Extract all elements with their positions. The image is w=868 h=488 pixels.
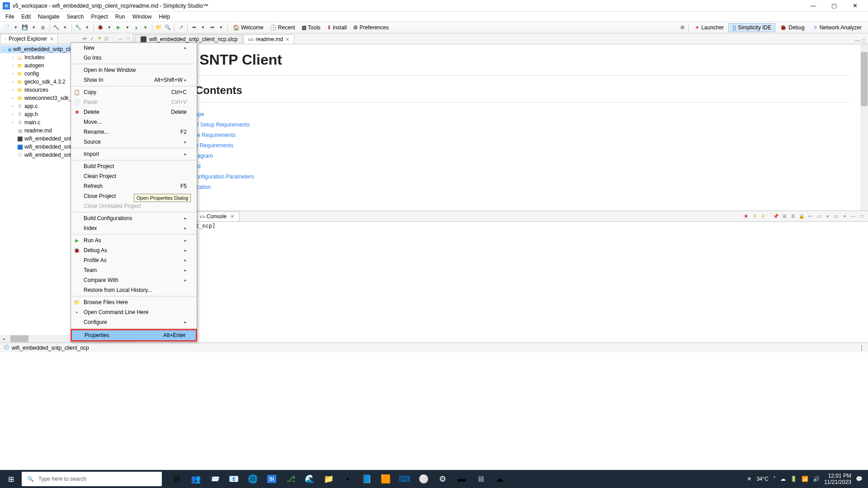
- menu-item-configure[interactable]: Configure▸: [71, 317, 197, 327]
- vscode-icon[interactable]: ⌨: [395, 470, 414, 488]
- scroll-thumb[interactable]: [10, 335, 28, 342]
- dropdown-icon[interactable]: ▾: [123, 23, 132, 32]
- dropdown-icon[interactable]: ▾: [12, 23, 20, 32]
- menu-item-run-as[interactable]: ▶Run As▸: [71, 235, 197, 245]
- menu-item-move-[interactable]: Move...: [71, 117, 197, 127]
- forward-icon[interactable]: ➡: [208, 23, 216, 32]
- welcome-button[interactable]: 🏠Welcome: [230, 24, 266, 31]
- debug-icon[interactable]: 🐞: [96, 23, 104, 32]
- dropdown-icon[interactable]: ▾: [199, 23, 207, 32]
- console-tab[interactable]: ▭Console✕: [195, 211, 240, 221]
- close-icon[interactable]: ✕: [230, 213, 235, 220]
- app2-icon[interactable]: 🖥: [471, 470, 490, 488]
- save-icon[interactable]: 💾: [21, 23, 29, 32]
- folder-icon[interactable]: 📁: [155, 23, 163, 32]
- filter-icon[interactable]: ⧩: [96, 36, 102, 42]
- menu-item-team[interactable]: Team▸: [71, 265, 197, 275]
- dropdown-icon[interactable]: ▾: [824, 213, 831, 220]
- collapse-icon[interactable]: ⇄: [81, 36, 88, 42]
- export-icon[interactable]: ↗: [177, 23, 185, 32]
- dropdown-icon[interactable]: ▾: [841, 213, 848, 220]
- dropdown-icon[interactable]: ▾: [142, 23, 150, 32]
- scroll-thumb[interactable]: [861, 52, 868, 106]
- wrench-icon[interactable]: 🔧: [74, 23, 82, 32]
- notepad-icon[interactable]: 📘: [357, 470, 376, 488]
- recent-button[interactable]: 🕓Recent: [267, 24, 298, 31]
- status-menu-icon[interactable]: ⋮: [859, 345, 864, 351]
- menu-file[interactable]: File: [2, 13, 18, 21]
- search-icon[interactable]: 🔍: [164, 23, 172, 32]
- new-icon[interactable]: 📄: [3, 23, 11, 32]
- menu-item-source[interactable]: Source▸: [71, 137, 197, 147]
- dropdown-icon[interactable]: ▾: [83, 23, 91, 32]
- new-console-icon[interactable]: ▭: [832, 213, 840, 220]
- menu-item-properties[interactable]: PropertiesAlt+Enter: [72, 330, 196, 340]
- menu-item-open-in-new-window[interactable]: Open in New Window: [71, 65, 197, 75]
- app-icon[interactable]: ⚪: [414, 470, 433, 488]
- hammer-icon[interactable]: 🔨: [52, 23, 60, 32]
- onedrive-icon[interactable]: ☁: [780, 476, 786, 482]
- project-explorer-tab[interactable]: 🞍 Project Explorer ✕: [0, 34, 58, 43]
- minimize-button[interactable]: —: [803, 0, 824, 12]
- temperature[interactable]: 34°C: [756, 476, 769, 482]
- volume-icon[interactable]: 🔊: [813, 476, 820, 482]
- save-all-icon[interactable]: 🗎: [39, 23, 47, 32]
- dropdown-icon[interactable]: ▾: [61, 23, 69, 32]
- taskbar-search[interactable]: 🔍 Type here to search: [22, 472, 162, 486]
- menu-item-compare-with[interactable]: Compare With▸: [71, 275, 197, 285]
- back-icon[interactable]: ⬅: [190, 23, 198, 32]
- menu-item-profile-as[interactable]: Profile As▸: [71, 255, 197, 265]
- display-icon[interactable]: 🖥: [781, 213, 788, 220]
- git-icon[interactable]: ⎇: [281, 470, 300, 488]
- clear-icon[interactable]: ≣: [789, 213, 797, 220]
- minimize-icon[interactable]: —: [855, 38, 860, 44]
- scroll-left-icon[interactable]: ◂: [0, 337, 8, 341]
- menu-item-delete[interactable]: ✖DeleteDelete: [71, 107, 197, 117]
- edge-icon[interactable]: 🌊: [300, 470, 319, 488]
- debug-perspective[interactable]: 🐞Debug: [776, 23, 808, 32]
- down-arrow-icon[interactable]: ⬇: [760, 213, 767, 220]
- menu-item-debug-as[interactable]: 🐞Debug As▸: [71, 245, 197, 255]
- ubuntu-icon[interactable]: 🟧: [376, 470, 395, 488]
- open-perspective-icon[interactable]: ⊞: [678, 23, 686, 32]
- app3-icon[interactable]: ☁: [490, 470, 509, 488]
- chrome-icon[interactable]: 🌐: [243, 470, 262, 488]
- preferences-button[interactable]: ⚙Preferences: [350, 24, 392, 31]
- pin-icon[interactable]: 📌: [772, 213, 779, 220]
- battery-icon[interactable]: 🔋: [790, 476, 797, 482]
- outlook-icon[interactable]: 📧: [224, 470, 243, 488]
- menu-item-refresh[interactable]: RefreshF5: [71, 181, 197, 191]
- maximize-button[interactable]: ▢: [824, 0, 844, 12]
- remove-icon[interactable]: ✖: [742, 213, 750, 220]
- menu-help[interactable]: Help: [156, 13, 174, 21]
- mail-icon[interactable]: 📨: [205, 470, 224, 488]
- menu-item-index[interactable]: Index▸: [71, 223, 197, 233]
- up-arrow-icon[interactable]: ⬆: [751, 213, 758, 220]
- menu-item-build-configurations[interactable]: Build Configurations▸: [71, 213, 197, 223]
- menu-item-import[interactable]: Import▸: [71, 149, 197, 159]
- task-view-icon[interactable]: ⊟: [167, 470, 186, 488]
- menu-item-new[interactable]: New▸: [71, 43, 197, 53]
- close-icon[interactable]: ✕: [50, 36, 54, 42]
- readme-content[interactable]: Wi-Fi - SNTP Client Table of Contents Pu…: [133, 44, 868, 211]
- menu-item-build-project[interactable]: Build Project: [71, 161, 197, 171]
- menu-window[interactable]: Window: [129, 13, 156, 21]
- menu-navigate[interactable]: Navigate: [34, 13, 63, 21]
- menu-item-show-in[interactable]: Show InAlt+Shift+W▸: [71, 75, 197, 85]
- wrap-icon[interactable]: ↩: [807, 213, 814, 220]
- install-button[interactable]: ⬇Install: [324, 24, 349, 31]
- profile-icon[interactable]: ⏵: [132, 23, 141, 32]
- clock[interactable]: 12:01 PM 11/21/2023: [824, 473, 851, 486]
- menu-item-rename-[interactable]: Rename...F2: [71, 127, 197, 137]
- settings-icon[interactable]: ⚙: [433, 470, 452, 488]
- lock-icon[interactable]: 🔒: [798, 213, 805, 220]
- dropdown-icon[interactable]: ▾: [30, 23, 38, 32]
- maximize-icon[interactable]: □: [125, 36, 131, 42]
- minimize-icon[interactable]: —: [849, 213, 857, 220]
- menu-item-go-into[interactable]: Go Into: [71, 53, 197, 63]
- menu-item-clean-project[interactable]: Clean Project: [71, 171, 197, 181]
- vertical-scrollbar[interactable]: [860, 44, 868, 211]
- menu-edit[interactable]: Edit: [18, 13, 34, 21]
- editor-tab[interactable]: ▭readme.md✕: [243, 34, 294, 44]
- maximize-icon[interactable]: □: [862, 38, 865, 44]
